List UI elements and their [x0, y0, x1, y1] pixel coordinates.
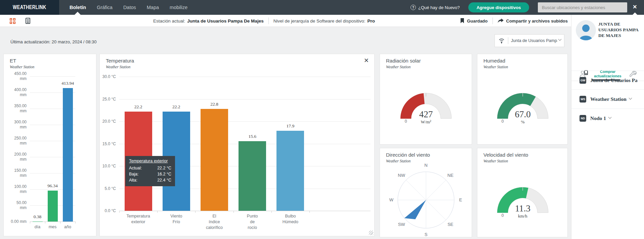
- x-axis-tick: [309, 211, 310, 213]
- active-tab-pointer: [75, 12, 81, 15]
- device-row-weather-station[interactable]: WS Weather Station: [571, 89, 644, 108]
- category-label: Viento Frío: [157, 213, 195, 225]
- list-view-icon[interactable]: [26, 18, 30, 24]
- y-axis-label: 25.0 °C: [95, 96, 116, 102]
- card-title: Dirección del viento: [386, 152, 430, 158]
- wind-speed-card: Velocidad del viento Weather Station 11.…: [477, 148, 568, 237]
- grid-view-icon[interactable]: [10, 18, 15, 24]
- device-row-gateway[interactable]: GW Junta de Usuarios Pa: [571, 71, 644, 89]
- resize-grip[interactable]: [369, 231, 373, 235]
- device-row-node[interactable]: ND Nodo 1: [571, 109, 644, 127]
- humidity-card: Humedad Weather Station 67.0%0: [477, 54, 568, 145]
- whats-new-link[interactable]: ? ¿Qué hay de Nuevo?: [411, 0, 460, 15]
- category-label: Temperatura exterior: [119, 213, 157, 225]
- y-axis-label: 0.00 mm: [6, 219, 27, 224]
- account-name: JUNTA DE USUARIOS PAMPA DE MAJES: [598, 21, 643, 38]
- y-axis-label: 450.00 mm: [6, 71, 27, 81]
- station-selector-dropdown[interactable]: Junta de Usuarios Pampa De M...: [495, 34, 564, 47]
- bar-bulbo-húmedo[interactable]: [276, 131, 304, 211]
- top-navbar: WEATHERLINK Boletín Gráfica Datos Mapa m…: [0, 0, 644, 15]
- temperature-bar-chart: 30.0 °C25.0 °C20.0 °C15.0 °C10.0 °C5.0 °…: [119, 77, 371, 211]
- solar-radiation-card: Radiación solar Weather Station 427W/m²0: [380, 54, 472, 145]
- bar-el-índice-calorífico[interactable]: [201, 109, 228, 211]
- x-axis-tick: [233, 211, 234, 213]
- tab-grafica[interactable]: Gráfica: [97, 5, 113, 10]
- y-axis-label: 250.00 mm: [6, 136, 27, 146]
- gauge-arc: 11.3km/h0: [489, 179, 556, 221]
- saved-label: Guardado: [467, 18, 487, 24]
- bar-punto-de-rocío[interactable]: [239, 141, 266, 211]
- divider: [492, 17, 493, 24]
- bar-value-label: 15.6: [237, 134, 267, 139]
- saved-button[interactable]: Guardado: [460, 18, 487, 24]
- gateway-badge: GW: [579, 77, 586, 84]
- weather-station-badge: WS: [579, 96, 586, 103]
- avatar: [576, 20, 596, 40]
- tooltip-label: Baja:: [129, 171, 139, 177]
- gauge-arc: 67.0%0: [489, 85, 556, 127]
- et-card: ET Weather Station 450.00 mm400.00 mm350…: [3, 54, 96, 236]
- toolbar-actions: Guardado Compartir y archivos subidos: [460, 15, 568, 27]
- sidebar-pointer: [633, 12, 637, 15]
- wind-pointer[interactable]: [404, 200, 426, 219]
- bar-año[interactable]: [63, 88, 73, 222]
- bar-value-label: 22.8: [199, 102, 229, 107]
- y-axis-label: 100.00 mm: [6, 184, 27, 194]
- device-name: Nodo 1: [590, 115, 606, 121]
- et-bar-chart: 450.00 mm400.00 mm350.00 mm300.00 mm250.…: [30, 76, 75, 222]
- card-title: Temperatura: [106, 58, 134, 64]
- divider: [268, 17, 269, 24]
- tab-mobilize[interactable]: mobilize: [170, 5, 187, 10]
- tier-value: Pro: [368, 18, 375, 24]
- y-axis-label: 350.00 mm: [6, 104, 27, 114]
- x-axis-tick: [60, 222, 60, 224]
- y-axis-label: 400.00 mm: [6, 87, 27, 97]
- logo-block[interactable]: WEATHERLINK: [0, 0, 59, 15]
- wind-direction-card: Dirección del viento Weather Station NNE…: [380, 148, 472, 237]
- y-axis-label: 15.0 °C: [95, 141, 116, 146]
- whats-new-label: ¿Qué hay de Nuevo?: [418, 5, 460, 10]
- add-devices-button[interactable]: Agregue dispositivos: [468, 2, 529, 12]
- divider: [508, 37, 508, 44]
- gauge-arc: 427W/m²0: [392, 85, 460, 127]
- node-badge: ND: [579, 115, 586, 122]
- chevron-down-icon: [629, 96, 632, 100]
- weatherlink-logo: WEATHERLINK: [13, 4, 46, 10]
- y-axis-label: 10.0 °C: [95, 164, 116, 169]
- category-label: día: [30, 224, 45, 230]
- tab-boletin[interactable]: Boletín: [70, 5, 86, 10]
- share-button[interactable]: Compartir y archivos subidos: [498, 18, 568, 24]
- bar-mes[interactable]: [48, 191, 58, 222]
- wifi-location-icon: [498, 37, 505, 44]
- close-card-icon[interactable]: ✕: [364, 57, 369, 64]
- y-axis-label: 0.0 °C: [95, 208, 116, 213]
- bar-value-label: 17.9: [275, 123, 305, 129]
- x-axis-tick: [119, 211, 120, 213]
- tooltip-value: 22.4 °C: [157, 177, 171, 183]
- tab-datos[interactable]: Datos: [123, 5, 136, 10]
- svg-text:0: 0: [502, 213, 504, 218]
- svg-text:67.0: 67.0: [515, 109, 530, 119]
- y-axis-label: 20.0 °C: [95, 119, 116, 124]
- card-title: ET: [10, 58, 16, 64]
- compass-label-S: S: [425, 232, 428, 237]
- card-title: Velocidad del viento: [483, 152, 528, 158]
- tooltip-label: Actual:: [129, 165, 142, 171]
- card-subtitle: Weather Station: [386, 65, 411, 69]
- compass-label-SE: SE: [447, 222, 454, 227]
- bar-value-label: 22.2: [161, 104, 191, 110]
- svg-text:427: 427: [419, 109, 433, 119]
- search-input[interactable]: [538, 2, 627, 12]
- card-title: Radiación solar: [386, 58, 421, 64]
- svg-text:W/m²: W/m²: [421, 119, 431, 124]
- tooltip-label: Alta:: [129, 177, 137, 183]
- grid-line: [30, 222, 75, 222]
- chevron-down-icon: [558, 37, 562, 41]
- category-label: El índice calorífico: [195, 213, 233, 231]
- close-icon[interactable]: ✕: [633, 4, 637, 10]
- x-axis-tick: [75, 222, 76, 224]
- bar-value-label: 413.94: [53, 81, 83, 86]
- chevron-down-icon: [608, 116, 612, 119]
- tab-mapa[interactable]: Mapa: [147, 5, 159, 10]
- station-name: Junta de Usuarios Pampa De Majes: [187, 18, 263, 24]
